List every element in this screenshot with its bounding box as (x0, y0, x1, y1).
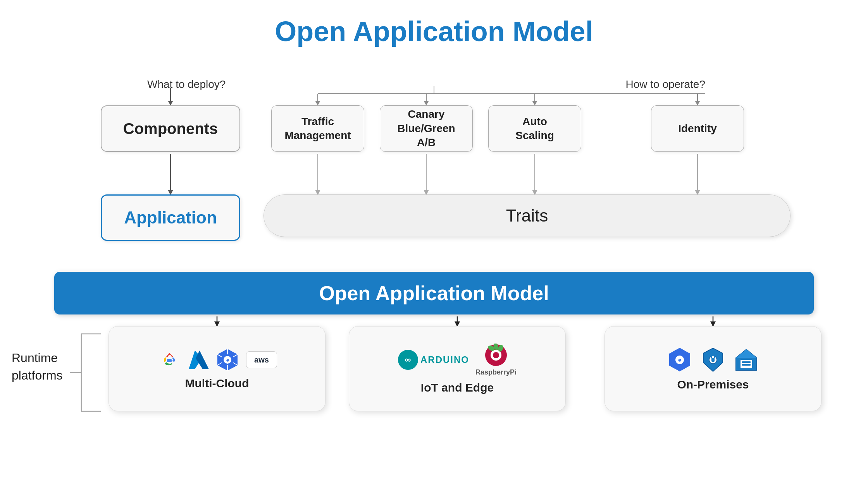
op-identity-box: Identity (651, 105, 744, 152)
components-box: Components (101, 105, 240, 152)
raspberry-pi-icon: RaspberryPi (475, 344, 517, 376)
op-canary-box: CanaryBlue/GreenA/B (380, 105, 473, 152)
onprem-icons: ⎈ (666, 346, 760, 373)
runtime-platforms-label: Runtimeplatforms (12, 349, 63, 384)
svg-marker-9 (424, 101, 429, 105)
cloud-icons: ⎈ aws (157, 347, 277, 372)
azure-icon (188, 347, 209, 372)
svg-rect-30 (167, 359, 172, 362)
svg-point-44 (493, 352, 499, 358)
server-house-icon (733, 346, 760, 373)
how-to-operate-label: How to operate? (626, 78, 705, 91)
traits-box: Traits (264, 194, 790, 237)
arduino-icon: ∞ ARDUINO (398, 350, 469, 370)
onprem-card: ⎈ On-Premises (604, 326, 822, 411)
onprem-k8s-icon: ⎈ (666, 346, 693, 373)
onprem-label: On-Premises (677, 378, 749, 391)
aws-icon: aws (246, 351, 277, 368)
op-auto-box: AutoScaling (488, 105, 581, 152)
svg-marker-7 (315, 101, 320, 105)
svg-rect-58 (742, 361, 751, 363)
op-traffic-box: TrafficManagement (271, 105, 364, 152)
application-box: Application (101, 194, 240, 241)
svg-text:⎈: ⎈ (226, 357, 229, 363)
iot-icons: ∞ ARDUINO RaspberryPi (398, 344, 517, 376)
diagram-area: What to deploy? Components Application H… (0, 55, 868, 404)
svg-marker-1 (168, 101, 173, 105)
page-title: Open Application Model (0, 0, 868, 55)
iot-card: ∞ ARDUINO RaspberryPi IoT and Edge (349, 326, 566, 411)
what-to-deploy-label: What to deploy? (147, 78, 226, 91)
kubernetes-icon: ⎈ (215, 347, 240, 372)
svg-marker-56 (736, 349, 757, 358)
oam-bar: Open Application Model (54, 272, 814, 314)
security-icon (699, 346, 727, 373)
multicloud-label: Multi-Cloud (185, 377, 249, 390)
svg-marker-32 (196, 351, 209, 369)
svg-rect-59 (742, 364, 751, 366)
iot-label: IoT and Edge (421, 381, 494, 394)
svg-marker-13 (695, 101, 700, 105)
svg-text:⎈: ⎈ (678, 357, 682, 363)
gcp-icon (157, 347, 182, 372)
svg-marker-11 (532, 101, 537, 105)
multicloud-card: ⎈ aws Multi-Cloud (108, 326, 326, 411)
